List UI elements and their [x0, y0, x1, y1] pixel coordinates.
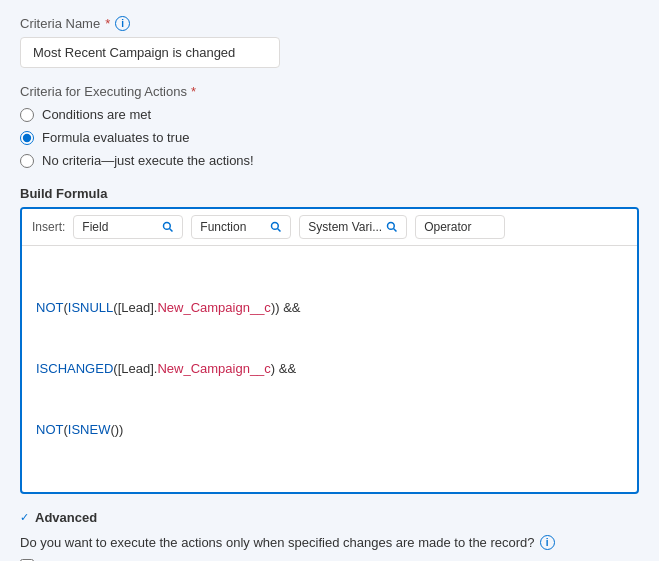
radio-conditions[interactable]: Conditions are met — [20, 107, 639, 122]
svg-line-3 — [278, 229, 281, 232]
required-star: * — [105, 16, 110, 31]
system-vari-search-icon — [386, 221, 398, 233]
criteria-name-input[interactable] — [20, 37, 280, 68]
advanced-chevron-icon: ✓ — [20, 511, 29, 524]
criteria-name-info-icon[interactable]: i — [115, 16, 130, 31]
radio-formula[interactable]: Formula evaluates to true — [20, 130, 639, 145]
svg-line-5 — [394, 229, 397, 232]
insert-bar: Insert: Field Function System Vari... — [22, 209, 637, 246]
svg-point-2 — [272, 223, 279, 230]
radio-no-criteria[interactable]: No criteria—just execute the actions! — [20, 153, 639, 168]
function-dropdown[interactable]: Function — [191, 215, 291, 239]
function-search-icon — [270, 221, 282, 233]
formula-line-1: NOT(ISNULL([Lead].New_Campaign__c)) && — [36, 298, 623, 319]
svg-line-1 — [170, 229, 173, 232]
criteria-executing-label: Criteria for Executing Actions * — [20, 84, 639, 99]
svg-point-0 — [164, 223, 171, 230]
advanced-info-icon[interactable]: i — [540, 535, 555, 550]
operator-dropdown[interactable]: Operator — [415, 215, 505, 239]
field-dropdown[interactable]: Field — [73, 215, 183, 239]
criteria-radio-group: Conditions are met Formula evaluates to … — [20, 107, 639, 168]
build-formula-label: Build Formula — [20, 186, 639, 201]
criteria-name-label: Criteria Name * i — [20, 16, 639, 31]
field-search-icon — [162, 221, 174, 233]
radio-formula-input[interactable] — [20, 131, 34, 145]
radio-conditions-input[interactable] — [20, 108, 34, 122]
formula-container: Insert: Field Function System Vari... — [20, 207, 639, 494]
advanced-header[interactable]: ✓ Advanced — [20, 510, 639, 525]
advanced-section: ✓ Advanced Do you want to execute the ac… — [20, 510, 639, 561]
criteria-executing-required: * — [191, 84, 196, 99]
formula-editor[interactable]: NOT(ISNULL([Lead].New_Campaign__c)) && I… — [22, 246, 637, 492]
advanced-question: Do you want to execute the actions only … — [20, 535, 639, 550]
svg-point-4 — [388, 223, 395, 230]
insert-label: Insert: — [32, 220, 65, 234]
system-variable-dropdown[interactable]: System Vari... — [299, 215, 407, 239]
formula-line-3: NOT(ISNEW()) — [36, 420, 623, 441]
radio-no-criteria-input[interactable] — [20, 154, 34, 168]
advanced-title: Advanced — [35, 510, 97, 525]
formula-line-2: ISCHANGED([Lead].New_Campaign__c) && — [36, 359, 623, 380]
